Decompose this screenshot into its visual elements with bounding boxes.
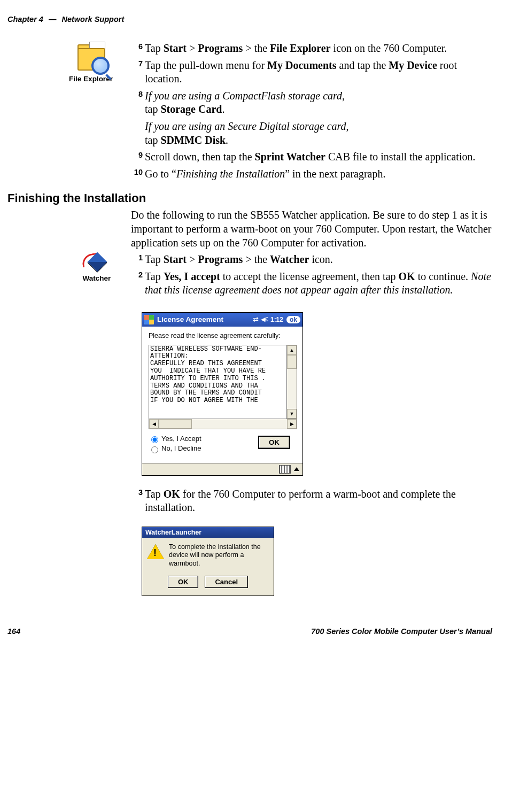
- page-number: 164: [7, 627, 20, 636]
- page-footer: 164 700 Series Color Mobile Computer Use…: [5, 627, 494, 636]
- license-body-text: SIERRA WIRELESS SOFTWARE END- ATTENTION:…: [149, 345, 286, 405]
- file-explorer-icon-block: File Explorer: [59, 43, 123, 83]
- horizontal-scrollbar[interactable]: ◀ ▶: [149, 419, 297, 429]
- step-7: 7 Tap the pull-down menu for My Document…: [131, 59, 494, 86]
- scroll-down-button[interactable]: ▼: [287, 409, 297, 419]
- scroll-left-button[interactable]: ◀: [149, 419, 159, 429]
- step-6: 6 Tap Start > Programs > the File Explor…: [131, 42, 494, 56]
- speaker-icon: ◀€: [261, 316, 268, 323]
- step-number: 9: [131, 150, 143, 160]
- ok-button[interactable]: OK: [259, 436, 290, 448]
- dialog-cancel-button[interactable]: Cancel: [205, 576, 248, 588]
- chapter-label: Chapter 4: [7, 15, 43, 24]
- scroll-right-button[interactable]: ▶: [287, 419, 297, 429]
- header-dash: —: [49, 15, 57, 24]
- keyboard-icon[interactable]: [279, 465, 291, 474]
- radio-accept-input[interactable]: [151, 436, 158, 443]
- steps-list-c: 3 Tap OK for the 760 Computer to perform…: [131, 488, 494, 515]
- license-agreement-screenshot: License Agreement ⇄ ◀€ 1:12 ok Please re…: [142, 312, 303, 476]
- intro-paragraph: Do the following to run the SB555 Watche…: [131, 208, 494, 250]
- step-b2: 2 Tap Yes, I accept to accept the licens…: [131, 270, 494, 297]
- step-number: 6: [131, 42, 143, 52]
- section-heading: Finishing the Installation: [7, 191, 494, 205]
- steps-list-b: 1 Tap Start > Programs > the Watcher ico…: [131, 253, 494, 297]
- step-number: 3: [131, 488, 143, 498]
- steps-list-a: 6 Tap Start > Programs > the File Explor…: [131, 42, 494, 181]
- step-8: 8 If you are using a CompactFlash storag…: [131, 89, 494, 147]
- step-number: 7: [131, 59, 143, 69]
- warmboot-dialog-screenshot: WatcherLauncher ! To complete the instal…: [142, 527, 274, 596]
- step-number: 2: [131, 270, 143, 280]
- file-explorer-icon-label: File Explorer: [59, 75, 123, 83]
- step-10: 10 Go to “Finishing the Installation” in…: [131, 167, 494, 181]
- start-flag-icon[interactable]: [144, 315, 154, 324]
- radio-decline-input[interactable]: [151, 446, 158, 453]
- running-header: Chapter 4 — Network Support: [5, 15, 494, 33]
- scroll-up-button[interactable]: ▲: [287, 345, 297, 355]
- hscroll-thumb[interactable]: [159, 419, 192, 429]
- sip-footer: [142, 463, 302, 475]
- step-number: 1: [131, 253, 143, 263]
- window-title: License Agreement: [157, 315, 250, 323]
- watcher-icon: [83, 253, 111, 273]
- vertical-scrollbar[interactable]: ▲ ▼: [286, 345, 297, 419]
- step-b1: 1 Tap Start > Programs > the Watcher ico…: [131, 253, 494, 267]
- title-bar: License Agreement ⇄ ◀€ 1:12 ok: [142, 313, 302, 327]
- step-3: 3 Tap OK for the 760 Computer to perform…: [131, 488, 494, 515]
- license-text-box: SIERRA WIRELESS SOFTWARE END- ATTENTION:…: [149, 345, 297, 429]
- step-number: 8: [131, 89, 143, 99]
- dialog-title: WatcherLauncher: [142, 527, 274, 538]
- warning-icon: !: [148, 544, 164, 560]
- dialog-ok-button[interactable]: OK: [168, 576, 199, 588]
- chapter-title: Network Support: [61, 15, 124, 24]
- dialog-message: To complete the installation the device …: [169, 543, 268, 568]
- sip-up-icon[interactable]: [294, 467, 299, 471]
- license-prompt: Please read the license agreement carefu…: [149, 332, 297, 341]
- step-number: 10: [131, 167, 143, 177]
- ok-badge[interactable]: ok: [286, 316, 300, 323]
- status-icons: ⇄ ◀€ 1:12: [253, 315, 283, 323]
- clock: 1:12: [270, 316, 283, 323]
- step-9: 9 Scroll down, then tap the Sprint Watch…: [131, 150, 494, 164]
- file-explorer-icon: [73, 43, 108, 74]
- connectivity-icon: ⇄: [253, 315, 259, 323]
- watcher-icon-label: Watcher: [73, 274, 121, 282]
- manual-title: 700 Series Color Mobile Computer User’s …: [311, 627, 492, 636]
- scroll-thumb[interactable]: [287, 355, 297, 369]
- watcher-icon-block: Watcher: [73, 253, 121, 282]
